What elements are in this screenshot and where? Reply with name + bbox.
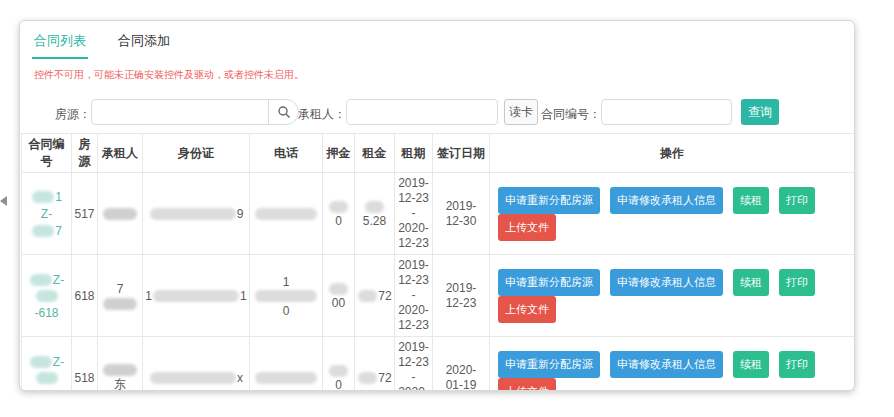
print-button[interactable]: 打印 [779, 187, 815, 214]
house-cell: 518 [72, 337, 98, 392]
id-card-cell: 9 [143, 173, 250, 255]
redacted-blur [153, 290, 239, 302]
contract-no-link[interactable]: 1 Z-7 [24, 188, 69, 238]
contract-no-cell: Z--618 [22, 255, 72, 337]
upload-file-button[interactable]: 上传文件 [498, 214, 556, 241]
sign-date-cell: 2019-12-23 [433, 255, 490, 337]
rent-cell: 72 [355, 255, 395, 337]
phone-cell: 10 [250, 255, 323, 337]
redacted-blur [103, 364, 137, 376]
reassign-house-button[interactable]: 申请重新分配房源 [498, 187, 600, 214]
redacted-blur [365, 201, 384, 213]
collapse-arrow-icon[interactable] [0, 196, 7, 206]
lease-term-cell: 2019-12-23-2020-12-23 [395, 337, 433, 392]
table-row: Z--518518东x0722019-12-23-2020-12-232020-… [22, 337, 855, 392]
redacted-blur [329, 283, 348, 295]
sign-date-cell: 2019-12-30 [433, 173, 490, 255]
table-row: 1 Z-7517905.282019-12-23-2020-12-232019-… [22, 173, 855, 255]
tab-bar: 合同列表 合同添加 [20, 21, 854, 59]
id-card-cell: x [143, 337, 250, 392]
house-cell: 618 [72, 255, 98, 337]
column-header: 操作 [490, 134, 855, 173]
query-button[interactable]: 查询 [741, 99, 779, 125]
redacted-blur [358, 372, 377, 384]
contracts-table: 合同编号房源承租人身份证电话押金租金租期签订日期操作 1 Z-7517905.2… [21, 133, 855, 391]
redacted-blur [30, 356, 52, 368]
upload-file-button[interactable]: 上传文件 [498, 378, 556, 392]
tenant-cell: 7 [98, 255, 143, 337]
search-form: 房源： 承租人： 读卡 合同编号： 查询 [20, 99, 854, 127]
reassign-house-button[interactable]: 申请重新分配房源 [498, 269, 600, 296]
actions-cell: 申请重新分配房源申请修改承租人信息续租打印上传文件 [490, 173, 855, 255]
actions-cell: 申请重新分配房源申请修改承租人信息续租打印上传文件 [490, 255, 855, 337]
renew-lease-button[interactable]: 续租 [733, 187, 769, 214]
lease-term-cell: 2019-12-23-2020-12-23 [395, 255, 433, 337]
id-card-cell: 11 [143, 255, 250, 337]
redacted-blur [103, 208, 137, 220]
redacted-blur [36, 290, 58, 302]
page: 合同列表 合同添加 控件不可用，可能未正确安装控件及驱动，或者控件未启用。 房源… [0, 0, 894, 417]
modify-tenant-info-button[interactable]: 申请修改承租人信息 [610, 187, 723, 214]
column-header: 签订日期 [433, 134, 490, 173]
tab-contract-add[interactable]: 合同添加 [116, 28, 172, 59]
redacted-blur [36, 372, 58, 384]
redacted-blur [30, 274, 52, 286]
renew-lease-button[interactable]: 续租 [733, 351, 769, 378]
modify-tenant-info-button[interactable]: 申请修改承租人信息 [610, 269, 723, 296]
print-button[interactable]: 打印 [779, 351, 815, 378]
contract-no-input[interactable] [601, 99, 732, 125]
redacted-blur [32, 225, 54, 237]
column-header: 身份证 [143, 134, 250, 173]
column-header: 押金 [323, 134, 355, 173]
plugin-warning-text: 控件不可用，可能未正确安装控件及驱动，或者控件未启用。 [34, 68, 854, 82]
table-row: Z--6186187111000722019-12-23-2020-12-232… [22, 255, 855, 337]
redacted-blur [329, 201, 348, 213]
column-header: 房源 [72, 134, 98, 173]
redacted-blur [103, 298, 137, 310]
tenant-cell [98, 173, 143, 255]
redacted-blur [255, 208, 317, 220]
column-header: 租期 [395, 134, 433, 173]
rent-cell: 5.28 [355, 173, 395, 255]
redacted-blur [255, 372, 317, 384]
upload-file-button[interactable]: 上传文件 [498, 296, 556, 323]
deposit-cell: 0 [323, 337, 355, 392]
house-input[interactable] [91, 99, 269, 125]
tenant-input[interactable] [346, 99, 498, 125]
deposit-cell: 0 [323, 173, 355, 255]
contract-no-label: 合同编号： [524, 106, 601, 123]
contract-no-link[interactable]: Z--518 [24, 353, 69, 391]
redacted-blur [255, 290, 317, 302]
contract-no-cell: 1 Z-7 [22, 173, 72, 255]
lease-term-cell: 2019-12-23-2020-12-23 [395, 173, 433, 255]
redacted-blur [329, 365, 348, 377]
house-label: 房源： [34, 106, 91, 123]
contract-no-link[interactable]: Z--618 [24, 271, 69, 321]
deposit-cell: 00 [323, 255, 355, 337]
contract-no-cell: Z--518 [22, 337, 72, 392]
rent-cell: 72 [355, 337, 395, 392]
actions-cell: 申请重新分配房源申请修改承租人信息续租打印上传文件 [490, 337, 855, 392]
tenant-label: 承租人： [289, 106, 346, 123]
print-button[interactable]: 打印 [779, 269, 815, 296]
redacted-blur [150, 208, 236, 220]
tab-contract-list[interactable]: 合同列表 [32, 28, 88, 59]
column-header: 承租人 [98, 134, 143, 173]
redacted-blur [150, 372, 236, 384]
column-header: 租金 [355, 134, 395, 173]
sign-date-cell: 2020-01-19 [433, 337, 490, 392]
column-header: 电话 [250, 134, 323, 173]
renew-lease-button[interactable]: 续租 [733, 269, 769, 296]
column-header: 合同编号 [22, 134, 72, 173]
house-cell: 517 [72, 173, 98, 255]
reassign-house-button[interactable]: 申请重新分配房源 [498, 351, 600, 378]
modify-tenant-info-button[interactable]: 申请修改承租人信息 [610, 351, 723, 378]
contract-panel: 合同列表 合同添加 控件不可用，可能未正确安装控件及驱动，或者控件未启用。 房源… [19, 20, 855, 391]
phone-cell [250, 337, 323, 392]
table-header-row: 合同编号房源承租人身份证电话押金租金租期签订日期操作 [22, 134, 855, 173]
tenant-cell: 东 [98, 337, 143, 392]
phone-cell [250, 173, 323, 255]
redacted-blur [358, 290, 377, 302]
redacted-blur [32, 191, 54, 203]
